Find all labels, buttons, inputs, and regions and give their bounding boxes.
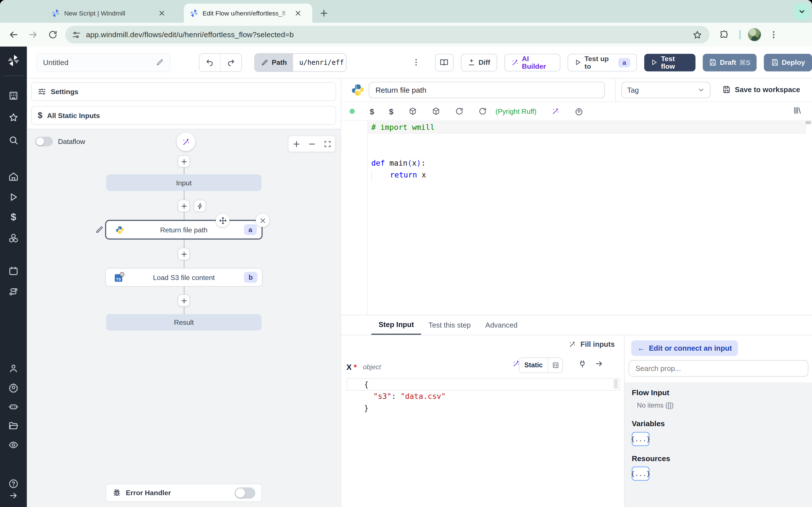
ai-assistant-wand-icon[interactable] (552, 107, 560, 115)
flow-node-input[interactable]: Input (106, 174, 262, 191)
address-bar[interactable]: app.windmill.dev/flows/edit/u/henri/effo… (65, 26, 709, 43)
edit-step-pencil-icon[interactable] (95, 226, 103, 234)
sidebar-item-routes[interactable] (0, 284, 27, 299)
sidebar-item-user[interactable] (0, 360, 27, 376)
insert-step-button[interactable] (177, 200, 190, 212)
node-label: Return file path (160, 226, 207, 234)
undo-button[interactable] (200, 53, 220, 71)
package-icon[interactable] (409, 107, 417, 115)
new-tab-button[interactable] (317, 6, 331, 20)
editor-settings-gear-icon[interactable] (575, 107, 583, 115)
profile-avatar[interactable] (748, 28, 761, 41)
dataflow-toggle[interactable] (35, 136, 53, 147)
error-handler-card[interactable]: Error Handler (106, 484, 262, 502)
tab-close-icon[interactable] (157, 9, 165, 17)
tab-close-icon[interactable] (294, 9, 302, 17)
deploy-button[interactable]: Deploy (764, 54, 812, 71)
flow-node-result[interactable]: Result (106, 314, 262, 331)
reload-button[interactable] (45, 26, 61, 43)
json-editor-toggle-button[interactable] (548, 358, 562, 372)
sidebar-item-runs[interactable] (0, 189, 27, 205)
reload-deps-icon[interactable] (478, 107, 487, 115)
wand-icon (569, 340, 576, 348)
resources-picker-icon[interactable]: $ (389, 107, 393, 115)
graph-zoom-controls (288, 135, 336, 152)
step-summary-input[interactable] (369, 82, 605, 98)
edit-or-connect-button[interactable]: ← Edit or connect an input (631, 341, 738, 356)
lint-status[interactable]: (Pyright Ruff) (495, 107, 537, 115)
sidebar-item-folders[interactable] (0, 418, 27, 434)
insert-trigger-button[interactable] (194, 200, 206, 212)
plug-connect-icon[interactable] (578, 360, 587, 369)
editor-scroll-indicator[interactable] (806, 121, 811, 124)
static-mode-button[interactable]: Static (519, 358, 548, 372)
more-options-icon[interactable] (409, 55, 423, 70)
expand-arrow-icon[interactable] (595, 360, 603, 368)
variables-expand-button[interactable]: {...} (632, 432, 649, 446)
ai-builder-button[interactable]: AI Builder (504, 54, 560, 71)
resources-expand-button[interactable]: {...} (632, 467, 649, 481)
flow-settings-button[interactable]: Settings (31, 82, 336, 101)
sidebar-item-schedules[interactable] (0, 263, 27, 279)
all-static-inputs-button[interactable]: $ All Static Inputs (31, 106, 336, 125)
insert-step-button[interactable] (177, 155, 190, 168)
forward-button[interactable] (25, 26, 42, 43)
zoom-in-button[interactable] (289, 136, 304, 152)
save-to-workspace-button[interactable]: Save to workspace (722, 86, 800, 94)
delete-step-button[interactable] (256, 214, 269, 227)
reload-assets-icon[interactable] (455, 107, 463, 115)
json-scrollbar-thumb[interactable] (614, 379, 618, 388)
sidebar-item-resources[interactable] (0, 230, 27, 245)
bookmark-star-icon[interactable] (692, 30, 702, 40)
redo-button[interactable] (220, 53, 241, 71)
flow-name-field[interactable]: Untitled (36, 53, 170, 71)
pencil-icon[interactable] (156, 59, 164, 66)
fit-view-button[interactable] (319, 136, 335, 152)
library-icon[interactable] (793, 106, 802, 115)
windmill-app: $ (0, 47, 812, 507)
test-up-to-button[interactable]: Test up to a (567, 54, 637, 71)
zoom-out-button[interactable] (304, 136, 319, 152)
ai-flow-wand-button[interactable] (176, 132, 195, 151)
tab-step-input[interactable]: Step Input (371, 315, 421, 335)
tab-advanced[interactable]: Advanced (478, 315, 525, 335)
sidebar-item-home[interactable] (0, 169, 27, 184)
test-flow-button[interactable]: Test flow (644, 54, 696, 71)
flow-node-step-b[interactable]: TS Load S3 file content b (105, 268, 262, 286)
diff-button[interactable]: Diff (461, 54, 497, 71)
sidebar-item-settings[interactable] (0, 380, 27, 395)
sidebar-item-workers[interactable] (0, 399, 27, 414)
tab-search-chevron-button[interactable] (794, 3, 809, 20)
flow-graph-canvas[interactable]: Dataflow Input (27, 129, 341, 507)
package-icon[interactable] (432, 107, 440, 115)
tag-select[interactable]: Tag (621, 82, 711, 98)
insert-step-button[interactable] (177, 294, 190, 307)
variables-picker-icon[interactable]: $ (370, 107, 374, 115)
code-editor[interactable]: # import wmill def main(x): return x (341, 121, 812, 315)
sidebar-item-workspace[interactable] (0, 88, 27, 103)
sidebar-item-search[interactable] (0, 132, 27, 148)
browser-menu-icon[interactable] (765, 26, 782, 43)
flow-node-step-a[interactable]: Return file path a (105, 220, 262, 240)
tab-test-this-step[interactable]: Test this step (421, 315, 478, 335)
back-button[interactable] (5, 26, 22, 43)
docs-button[interactable] (435, 54, 454, 71)
extensions-icon[interactable] (716, 26, 732, 43)
sidebar-item-audit-logs[interactable] (0, 437, 27, 453)
windmill-logo-icon[interactable] (0, 53, 27, 68)
insert-step-button[interactable] (177, 248, 190, 260)
move-step-handle[interactable] (216, 214, 230, 227)
sidebar-item-variables[interactable]: $ (0, 210, 27, 225)
sidebar-expand-icon[interactable] (0, 488, 27, 503)
search-prop-input[interactable] (629, 360, 808, 377)
path-group[interactable]: Path u/henri/eff (254, 53, 346, 71)
site-settings-icon[interactable] (71, 30, 81, 40)
error-handler-toggle[interactable] (235, 487, 255, 498)
fill-inputs-button[interactable]: Fill inputs (569, 340, 615, 348)
sidebar-item-favorites[interactable] (0, 110, 27, 125)
browser-tab-new-script[interactable]: New Script | Windmill (46, 4, 176, 23)
browser-tab-edit-flow[interactable]: Edit Flow u/henri/effortless_fl (184, 4, 312, 23)
path-button[interactable]: Path (255, 53, 293, 71)
json-arg-editor[interactable]: { "s3": "data.csv" } (347, 378, 620, 418)
draft-button[interactable]: Draft ⌘S (703, 54, 757, 71)
